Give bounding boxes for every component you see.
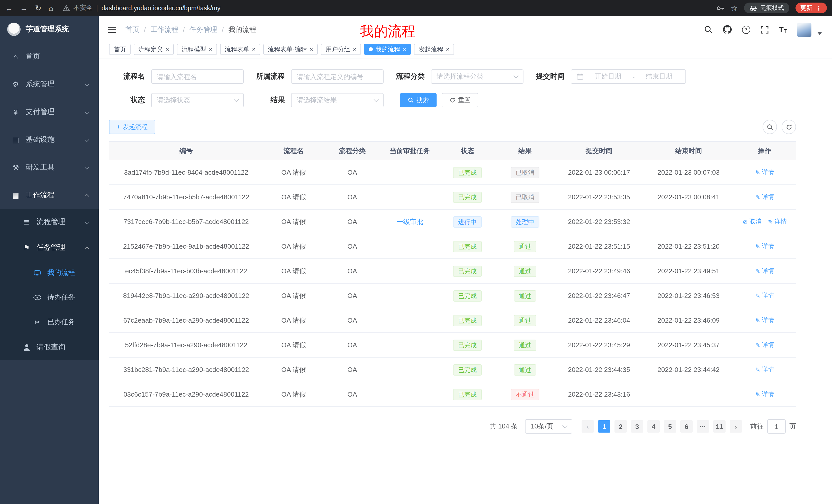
page-size-select[interactable]: 10条/页 (525, 419, 572, 433)
cell-name: OA 请假 (263, 217, 324, 226)
detail-link[interactable]: ✎ 详情 (755, 291, 774, 300)
user-avatar[interactable] (797, 22, 811, 37)
sidebar-item-leave-query[interactable]: 请假查询 (0, 334, 99, 360)
cell-id: 7317cec6-7b9b-11ec-b5b7-acde48001122 (109, 218, 263, 226)
page-button[interactable]: 3 (631, 420, 643, 432)
view-tab[interactable]: 流程表单-编辑 × (263, 44, 318, 55)
bookmark-star-icon[interactable]: ☆ (731, 3, 738, 12)
breadcrumb-home[interactable]: 首页 (126, 25, 139, 34)
task-link[interactable]: 一级审批 (396, 217, 423, 226)
sidebar-item-devtools[interactable]: ⚒ 研发工具 (0, 153, 99, 181)
process-definition-input[interactable] (291, 69, 384, 84)
sidebar-item-task-management[interactable]: ⚑ 任务管理 (0, 235, 99, 260)
close-icon[interactable]: × (252, 46, 256, 52)
page-button[interactable]: 2 (615, 420, 627, 432)
detail-link[interactable]: ✎ 详情 (755, 390, 774, 399)
fullscreen-icon[interactable] (760, 25, 769, 34)
process-name-input[interactable] (151, 69, 244, 84)
sidebar-item-infrastructure[interactable]: ▤ 基础设施 (0, 126, 99, 153)
edit-icon: ✎ (768, 218, 773, 225)
close-icon[interactable]: × (165, 46, 169, 52)
detail-link[interactable]: ✎ 详情 (768, 217, 787, 226)
font-size-icon[interactable]: TT (779, 25, 787, 34)
status-label: 状态 (109, 95, 151, 105)
detail-link[interactable]: ✎ 详情 (755, 365, 774, 374)
page-button[interactable]: 4 (647, 420, 660, 432)
detail-link[interactable]: ✎ 详情 (755, 267, 774, 275)
jump-page-input[interactable] (767, 419, 786, 433)
browser-forward-button[interactable]: → (20, 4, 28, 12)
page-button[interactable]: 6 (680, 420, 693, 432)
page-button[interactable]: ••• (697, 420, 709, 432)
page-button[interactable]: 1 (598, 420, 610, 432)
view-tab[interactable]: 发起流程 × (414, 44, 454, 55)
result-select[interactable]: 请选择流结果 (291, 93, 384, 107)
avatar-caret-icon[interactable] (817, 32, 822, 35)
sidebar-item-process-management[interactable]: ≣ 流程管理 (0, 209, 99, 235)
sidebar-item-payment[interactable]: ¥ 支付管理 (0, 98, 99, 126)
page-button[interactable]: 11 (713, 420, 726, 432)
view-tab[interactable]: 流程定义 × (134, 44, 174, 55)
view-tab[interactable]: 流程表单 × (220, 44, 260, 55)
sidebar-item-workflow[interactable]: ▦ 工作流程 (0, 181, 99, 209)
flag-icon: ⚑ (22, 244, 31, 252)
cell-id: 3ad174fb-7b9d-11ec-8404-acde48001122 (109, 169, 263, 176)
browser-back-button[interactable]: ← (5, 4, 13, 12)
password-key-icon[interactable] (716, 4, 725, 12)
detail-link[interactable]: ✎ 详情 (755, 242, 774, 251)
detail-link[interactable]: ✎ 详情 (755, 341, 774, 349)
sidebar-item-home[interactable]: ⌂ 首页 (0, 43, 99, 71)
close-icon[interactable]: × (209, 46, 212, 52)
cell-category: OA (324, 292, 381, 300)
chevron-down-icon (562, 423, 567, 428)
next-page-button[interactable]: › (730, 420, 742, 432)
refresh-button[interactable] (782, 120, 796, 134)
prev-page-button[interactable]: ‹ (581, 420, 594, 432)
edit-icon: ✎ (755, 268, 760, 275)
chevron-down-icon (234, 97, 239, 102)
detail-link[interactable]: ✎ 详情 (755, 316, 774, 325)
cell-status: 已完成 (439, 167, 496, 178)
incognito-icon (749, 5, 757, 11)
close-icon[interactable]: × (310, 46, 313, 52)
detail-link[interactable]: ✎ 详情 (755, 168, 774, 177)
sidebar-item-done-tasks[interactable]: ✂ 已办任务 (0, 310, 99, 334)
sidebar-item-system[interactable]: ⚙ 系统管理 (0, 71, 99, 98)
help-icon[interactable]: ? (742, 25, 750, 34)
close-icon[interactable]: × (402, 46, 406, 52)
browser-menu-icon[interactable]: ⋮ (816, 4, 822, 11)
submit-time-range-picker[interactable]: 开始日期 - 结束日期 (571, 69, 686, 84)
chevron-down-icon (85, 82, 89, 87)
create-process-button[interactable]: + 发起流程 (109, 120, 155, 134)
close-icon[interactable]: × (446, 46, 449, 52)
address-bar[interactable]: 不安全 | dashboard.yudao.iocoder.cn/bpm/tas… (62, 4, 716, 12)
table-row: 52ffd28e-7b9a-11ec-a290-acde48001122 OA … (109, 333, 796, 358)
browser-reload-button[interactable]: ↻ (35, 3, 42, 12)
close-icon[interactable]: × (353, 46, 356, 52)
sidebar-item-my-process[interactable]: 我的流程 (0, 260, 99, 285)
view-tab[interactable]: 用户分组 × (321, 44, 361, 55)
category-select[interactable]: 请选择流程分类 (431, 69, 523, 84)
cell-operations: ⊘ 取消 ✎ 详情 (733, 341, 796, 349)
table-row: 819442e8-7b9a-11ec-a290-acde48001122 OA … (109, 284, 796, 308)
detail-link[interactable]: ✎ 详情 (755, 193, 774, 201)
breadcrumb-workflow[interactable]: 工作流程 (151, 25, 178, 34)
browser-update-button[interactable]: 更新 ⋮ (795, 3, 827, 13)
reset-button[interactable]: 重置 (442, 93, 478, 107)
user-icon (22, 344, 31, 351)
view-tab[interactable]: 流程模型 × (177, 44, 217, 55)
status-select[interactable]: 请选择状态 (151, 93, 244, 107)
collapse-sidebar-button[interactable] (107, 25, 117, 34)
view-tab[interactable]: 我的流程 × (364, 44, 411, 55)
cancel-link[interactable]: ⊘ 取消 (743, 217, 761, 226)
breadcrumb-task-management[interactable]: 任务管理 (189, 25, 217, 34)
workflow-submenu: ≣ 流程管理 ⚑ 任务管理 我的流程 待办任务 (0, 209, 99, 360)
toggle-search-button[interactable] (762, 120, 777, 134)
header-search-icon[interactable] (704, 25, 712, 34)
github-icon[interactable] (723, 25, 731, 34)
page-button[interactable]: 5 (664, 420, 676, 432)
search-button[interactable]: 搜索 (400, 93, 437, 107)
view-tab[interactable]: 首页 × (109, 44, 131, 55)
browser-home-button[interactable]: ⌂ (49, 4, 53, 12)
sidebar-item-todo-tasks[interactable]: 待办任务 (0, 285, 99, 310)
